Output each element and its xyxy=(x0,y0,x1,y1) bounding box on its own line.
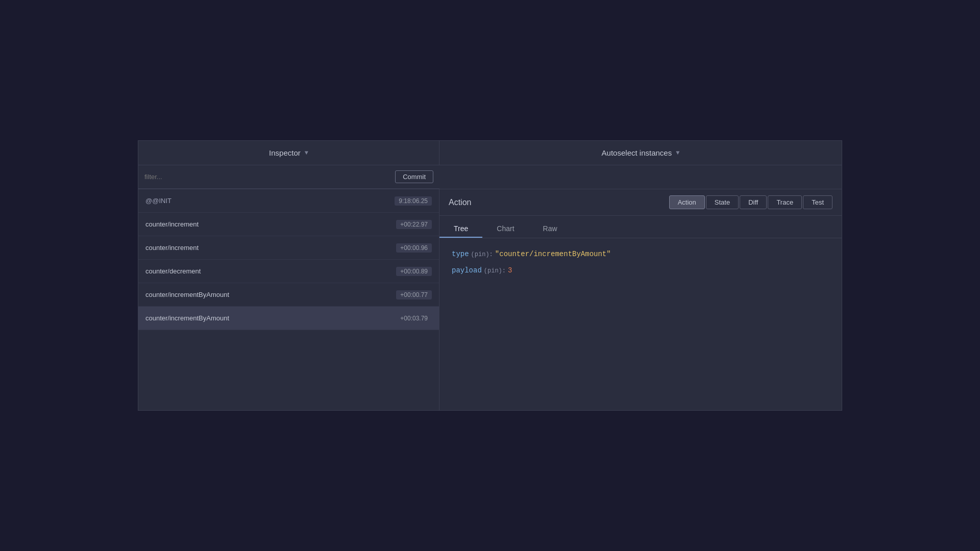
filter-row-wrapper: Commit xyxy=(138,165,842,189)
tab-trace[interactable]: Trace xyxy=(768,195,802,209)
type-key: type xyxy=(452,248,469,260)
sub-tab-row: TreeChartRaw xyxy=(439,216,842,238)
autoselect-section: Autoselect instances ▼ xyxy=(439,141,842,165)
action-item-time: 9:18:06.25 xyxy=(395,196,432,206)
tab-state[interactable]: State xyxy=(706,195,739,209)
code-area: type (pin): "counter/incrementByAmount" … xyxy=(439,238,842,410)
action-header-row: Action ActionStateDiffTraceTest xyxy=(439,189,842,216)
action-item[interactable]: counter/incrementByAmount+00:00.77 xyxy=(138,283,439,307)
main-content: @@INIT9:18:06.25counter/increment+00:22.… xyxy=(138,189,842,410)
action-item-time: +00:22.97 xyxy=(396,220,432,229)
action-item-time: +00:00.96 xyxy=(396,243,432,253)
payload-key: payload xyxy=(452,265,482,276)
tab-test[interactable]: Test xyxy=(803,195,832,209)
type-meta: (pin): xyxy=(471,250,493,260)
action-item[interactable]: @@INIT9:18:06.25 xyxy=(138,189,439,213)
action-section-label: Action xyxy=(449,198,669,207)
commit-button[interactable]: Commit xyxy=(395,170,433,183)
tab-group: ActionStateDiffTraceTest xyxy=(669,195,832,209)
sub-tab-chart[interactable]: Chart xyxy=(482,220,528,238)
sub-tab-raw[interactable]: Raw xyxy=(529,220,572,238)
action-item-time: +00:00.77 xyxy=(396,290,432,299)
filter-row: Commit xyxy=(138,165,439,189)
action-list: @@INIT9:18:06.25counter/increment+00:22.… xyxy=(138,189,439,410)
inspector-dropdown-icon[interactable]: ▼ xyxy=(305,149,308,157)
action-item-name: counter/incrementByAmount xyxy=(145,291,229,298)
payload-meta: (pin): xyxy=(484,266,506,276)
type-value: "counter/incrementByAmount" xyxy=(495,248,611,260)
autoselect-title: Autoselect instances xyxy=(602,148,672,157)
action-item-name: counter/increment xyxy=(145,220,199,228)
code-line-payload: payload (pin): 3 xyxy=(452,265,829,276)
action-item[interactable]: counter/increment+00:00.96 xyxy=(138,236,439,260)
action-item[interactable]: counter/increment+00:22.97 xyxy=(138,213,439,236)
action-item[interactable]: counter/incrementByAmount+00:03.79 xyxy=(138,307,439,330)
sub-tab-tree[interactable]: Tree xyxy=(439,220,482,238)
action-item-name: @@INIT xyxy=(145,197,172,205)
inspector-title: Inspector xyxy=(269,148,301,157)
action-item-name: counter/increment xyxy=(145,244,199,252)
top-bar: Inspector ▼ Autoselect instances ▼ xyxy=(138,141,842,165)
action-item[interactable]: counter/decrement+00:00.89 xyxy=(138,260,439,283)
tab-diff[interactable]: Diff xyxy=(740,195,767,209)
payload-value: 3 xyxy=(508,265,512,276)
right-panel: Action ActionStateDiffTraceTest TreeChar… xyxy=(439,189,842,410)
action-item-name: counter/incrementByAmount xyxy=(145,314,229,322)
inspector-section: Inspector ▼ xyxy=(138,141,439,165)
code-line-type: type (pin): "counter/incrementByAmount" xyxy=(452,248,829,260)
action-item-time: +00:00.89 xyxy=(396,267,432,276)
filter-input[interactable] xyxy=(144,173,395,181)
tab-action[interactable]: Action xyxy=(669,195,705,209)
devtools-container: Inspector ▼ Autoselect instances ▼ Commi… xyxy=(138,140,842,411)
autoselect-dropdown-icon[interactable]: ▼ xyxy=(676,149,679,157)
action-item-name: counter/decrement xyxy=(145,267,201,275)
filter-area: Commit xyxy=(138,165,439,189)
action-item-time: +00:03.79 xyxy=(396,314,432,323)
